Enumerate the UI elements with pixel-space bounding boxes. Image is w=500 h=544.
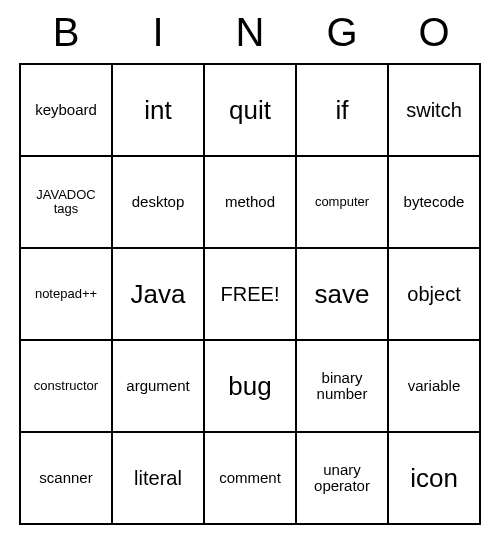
bingo-cell[interactable]: Java (112, 248, 204, 340)
bingo-cell[interactable]: bug (204, 340, 296, 432)
bingo-cell[interactable]: bytecode (388, 156, 480, 248)
header-letter-b: B (20, 10, 112, 55)
bingo-cell[interactable]: int (112, 64, 204, 156)
bingo-cell[interactable]: save (296, 248, 388, 340)
bingo-cell[interactable]: method (204, 156, 296, 248)
header-letter-g: G (296, 10, 388, 55)
bingo-cell[interactable]: if (296, 64, 388, 156)
bingo-cell[interactable]: computer (296, 156, 388, 248)
bingo-cell[interactable]: argument (112, 340, 204, 432)
bingo-cell[interactable]: binary number (296, 340, 388, 432)
bingo-cell[interactable]: variable (388, 340, 480, 432)
bingo-header: B I N G O (20, 10, 480, 55)
bingo-cell[interactable]: unary operator (296, 432, 388, 524)
header-letter-o: O (388, 10, 480, 55)
bingo-cell[interactable]: scanner (20, 432, 112, 524)
bingo-cell[interactable]: constructor (20, 340, 112, 432)
bingo-cell-free[interactable]: FREE! (204, 248, 296, 340)
bingo-cell[interactable]: icon (388, 432, 480, 524)
bingo-cell[interactable]: literal (112, 432, 204, 524)
header-letter-i: I (112, 10, 204, 55)
bingo-cell[interactable]: comment (204, 432, 296, 524)
bingo-cell[interactable]: keyboard (20, 64, 112, 156)
bingo-cell[interactable]: quit (204, 64, 296, 156)
bingo-cell[interactable]: switch (388, 64, 480, 156)
bingo-cell[interactable]: object (388, 248, 480, 340)
header-letter-n: N (204, 10, 296, 55)
bingo-grid: keyboard int quit if switch JAVADOC tags… (19, 63, 481, 525)
bingo-cell[interactable]: notepad++ (20, 248, 112, 340)
bingo-cell[interactable]: JAVADOC tags (20, 156, 112, 248)
bingo-cell[interactable]: desktop (112, 156, 204, 248)
